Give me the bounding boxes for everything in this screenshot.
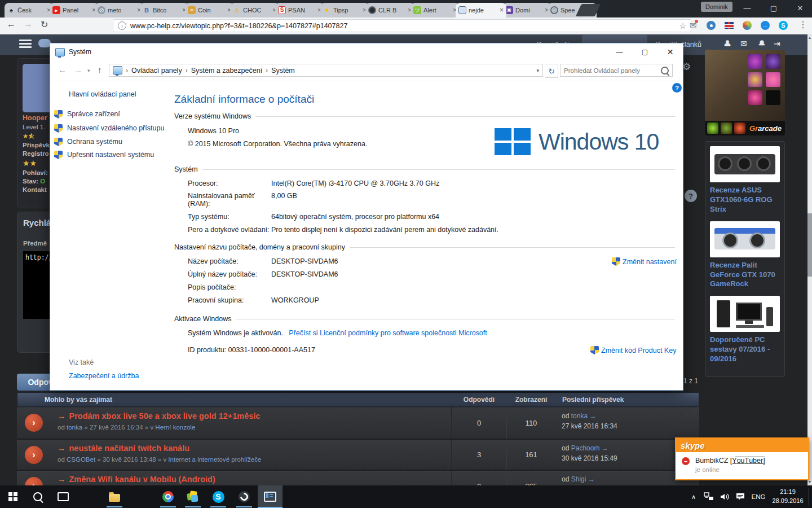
breadcrumb-dropdown-icon[interactable]: ▾ — [536, 68, 539, 73]
user-icon[interactable]: 👤︎ — [723, 39, 731, 48]
browser-back-icon[interactable]: ← — [7, 19, 16, 29]
browser-tab[interactable]: ▶Panel× — [50, 3, 99, 17]
sidebar-item-remote[interactable]: Nastavení vzdáleného přístupu — [54, 124, 173, 133]
page-info-icon[interactable]: i — [118, 21, 126, 30]
goto-arrow-icon[interactable]: → — [589, 412, 596, 420]
page-scrollbar[interactable]: ▲ ▼ — [807, 34, 812, 485]
browser-menu-icon[interactable]: ⋮ — [798, 19, 807, 30]
security-maintenance-link[interactable]: Zabezpečení a údržba — [69, 372, 139, 380]
sidebar-item-home[interactable]: Hlavní ovládací panel — [69, 90, 187, 98]
system-app-icon[interactable] — [261, 488, 280, 506]
maximize-button[interactable]: ▢ — [632, 43, 657, 60]
crumb-system[interactable]: Systém — [271, 67, 295, 75]
system-titlebar[interactable]: Systém — [50, 43, 683, 60]
file-explorer-icon[interactable] — [105, 488, 124, 506]
change-product-key-link[interactable]: Změnit kód Product Key — [590, 346, 676, 354]
refresh-icon[interactable]: ↻ — [545, 64, 558, 78]
browser-forward-icon[interactable]: → — [24, 19, 33, 29]
topic-row[interactable]: › →Prodám xbox live 50e a xbox live gold… — [17, 408, 699, 440]
goto-arrow-icon[interactable]: → — [602, 444, 608, 452]
notes-icon[interactable] — [183, 488, 202, 506]
category-link[interactable]: Internet a internetové prohlížeče — [168, 456, 261, 463]
tab-close-icon[interactable]: × — [500, 7, 504, 14]
browser-tab[interactable]: SPSAN× — [275, 3, 324, 17]
browser-tab[interactable]: BBitco× — [140, 3, 189, 17]
minimize-button[interactable]: — — [607, 43, 632, 60]
forward-icon[interactable]: → — [74, 65, 82, 75]
topic-title[interactable]: →neustále načitaní twitch kanálu — [58, 444, 189, 453]
browser-refresh-icon[interactable]: ↻ — [41, 19, 48, 30]
browser-tab[interactable]: ⊘meto× — [95, 3, 144, 17]
close-button[interactable]: ✕ — [657, 43, 683, 60]
review-link-asus[interactable]: Recenze ASUS GTX1060-6G ROG Strix — [710, 186, 780, 214]
arcade-ad-banner[interactable]: Grarcade — [705, 50, 785, 135]
breadcrumb[interactable]: › Ovládací panely › Systém a zabezpečení… — [109, 64, 543, 77]
browser-tab[interactable]: ツAlert× — [411, 3, 460, 17]
license-terms-link[interactable]: Přečíst si Licenční podmínky pro softwar… — [289, 329, 487, 337]
language-indicator[interactable]: ENG — [749, 485, 768, 508]
chat-bubble-icon[interactable] — [38, 39, 51, 47]
url-bar[interactable]: i www.pc-help.cz/viewtopic.php?f=3&t=180… — [113, 19, 691, 32]
palette-extension-icon[interactable] — [741, 19, 753, 32]
browser-tab-active[interactable]: nejde× — [456, 3, 506, 17]
goto-arrow-icon[interactable]: → — [588, 475, 595, 483]
pc-build-image[interactable] — [710, 296, 780, 332]
up-icon[interactable]: ↑ — [98, 65, 102, 75]
taskbar-clock[interactable]: 21:19 28.09.2016 — [770, 488, 805, 506]
gpu-asus-image[interactable] — [710, 146, 780, 182]
skype-notification[interactable]: skype – BumbikCZ [Y̲̅o̲̅u̲̅T̲̅u̲̅b̲̅e̲̅r… — [675, 437, 809, 480]
skype-taskbar-icon[interactable]: S — [209, 488, 228, 506]
browser-profile-badge[interactable]: Dominik — [701, 2, 732, 12]
last-author-link[interactable]: Pachoom — [571, 444, 600, 452]
browser-maximize-button[interactable]: ▢ — [762, 0, 785, 16]
scroll-down-icon[interactable]: ▼ — [807, 480, 812, 484]
browser-tab[interactable]: ▼Tipsp× — [320, 3, 369, 17]
bookmark-star-icon[interactable]: ☆ — [679, 21, 686, 30]
topic-row[interactable]: › →neustále načitaní twitch kanálu od CS… — [17, 440, 699, 471]
volume-icon[interactable] — [717, 485, 732, 508]
gear-icon[interactable]: ⚙ — [682, 61, 691, 73]
help-icon[interactable]: ? — [672, 83, 682, 93]
url-text[interactable]: www.pc-help.cz/viewtopic.php?f=3&t=18022… — [130, 22, 347, 30]
last-author-link[interactable]: tonka — [571, 412, 588, 420]
gpu-palit-image[interactable] — [710, 221, 780, 257]
browser-tab[interactable]: CLR B× — [365, 3, 414, 17]
scroll-up-icon[interactable]: ▲ — [807, 36, 812, 40]
sidebar-item-protection[interactable]: Ochrana systému — [54, 138, 173, 146]
search-icon[interactable] — [661, 67, 669, 75]
uk-flag-extension-icon[interactable] — [723, 19, 735, 32]
scrollbar-thumb[interactable] — [807, 213, 812, 277]
crumb-control-panel[interactable]: Ovládací panely — [131, 67, 182, 75]
history-dropdown-icon[interactable]: ▾ — [87, 68, 90, 73]
tray-chevron-icon[interactable]: ∧ — [687, 485, 700, 508]
logout-icon[interactable]: ⇥ — [774, 39, 780, 48]
browser-tab[interactable]: ⚠CHOC× — [230, 3, 279, 17]
start-button[interactable] — [3, 488, 23, 506]
action-center-icon[interactable] — [733, 485, 748, 508]
topic-title[interactable]: →Změna Wifi kanálu v Mobilu (Android) — [58, 475, 215, 484]
show-desktop-divider[interactable] — [809, 488, 809, 506]
browser-tab[interactable]: ∞Coin× — [185, 3, 234, 17]
review-link-palit[interactable]: Recenze Palit GeForce GTX 1070 GameRock — [710, 261, 780, 290]
last-author-link[interactable]: Shigi — [571, 475, 586, 483]
chrome-icon[interactable] — [158, 488, 178, 506]
bell-icon[interactable]: 🔔︎ — [758, 39, 766, 48]
control-panel-search-input[interactable]: Prohledat Ovládací panely — [560, 64, 673, 77]
browser-tab[interactable]: ♠Česk× — [5, 3, 54, 17]
crumb-security[interactable]: Systém a zabezpečení — [191, 67, 262, 75]
taskbar-search-icon[interactable] — [28, 488, 47, 506]
category-link[interactable]: Herní konzole — [155, 424, 195, 431]
topic-row[interactable]: › →Změna Wifi kanálu v Mobilu (Android) … — [17, 471, 699, 485]
network-icon[interactable] — [701, 485, 716, 508]
browser-tab[interactable]: ▣Domi× — [502, 3, 551, 17]
topic-title[interactable]: →Prodám xbox live 50e a xbox live gold 1… — [58, 411, 260, 421]
menu-icon[interactable] — [19, 40, 32, 49]
mail-extension-icon[interactable]: ✉ — [687, 19, 699, 32]
browser-minimize-button[interactable]: — — [736, 0, 758, 16]
chat-extension-icon[interactable]: … — [759, 19, 771, 32]
mail-icon[interactable]: ✉ — [740, 39, 747, 48]
back-icon[interactable]: ← — [58, 65, 67, 75]
author-link[interactable]: CSGOBet — [67, 456, 95, 463]
skype-extension-icon[interactable]: S — [777, 19, 789, 32]
sidebar-item-advanced[interactable]: Upřesnit nastavení systému — [54, 151, 173, 159]
